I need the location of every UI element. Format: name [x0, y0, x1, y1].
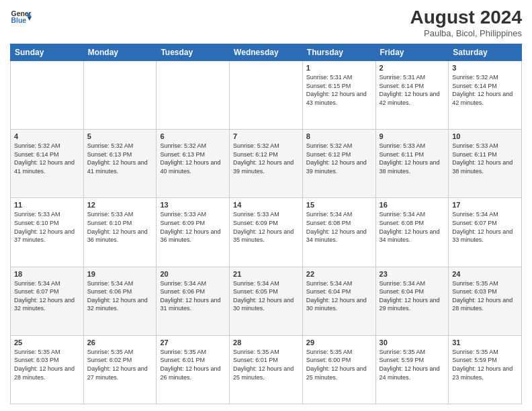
sunrise-label: Sunrise: 5:31 AM: [380, 74, 426, 81]
sunset-label: Sunset: 6:06 PM: [87, 288, 132, 295]
sunset-label: Sunset: 6:01 PM: [233, 357, 278, 363]
day-number: 28: [233, 338, 299, 347]
page-subtitle: Paulba, Bicol, Philippines: [410, 28, 523, 38]
sunrise-label: Sunrise: 5:33 AM: [87, 211, 134, 218]
sunrise-label: Sunrise: 5:33 AM: [452, 142, 498, 149]
sunrise-label: Sunrise: 5:34 AM: [380, 280, 426, 287]
day-info: Sunrise: 5:31 AM Sunset: 6:15 PM Dayligh…: [306, 73, 372, 107]
day-number: 5: [87, 132, 153, 140]
daylight-label: Daylight: 12 hours and 24 minutes.: [380, 365, 440, 381]
sunset-label: Sunset: 6:14 PM: [452, 83, 497, 89]
day-number: 19: [87, 270, 153, 278]
logo: General Blue: [10, 7, 32, 28]
daylight-label: Daylight: 12 hours and 28 minutes.: [452, 297, 513, 312]
sunrise-label: Sunrise: 5:34 AM: [306, 211, 353, 218]
sunrise-label: Sunrise: 5:34 AM: [233, 280, 279, 287]
table-row: 22 Sunrise: 5:34 AM Sunset: 6:04 PM Dayl…: [302, 267, 375, 335]
daylight-label: Daylight: 12 hours and 36 minutes.: [87, 228, 148, 244]
sunset-label: Sunset: 6:05 PM: [233, 288, 278, 295]
table-row: 1 Sunrise: 5:31 AM Sunset: 6:15 PM Dayli…: [302, 61, 375, 130]
day-number: 29: [306, 338, 372, 347]
table-row: 6 Sunrise: 5:32 AM Sunset: 6:13 PM Dayli…: [157, 130, 230, 198]
daylight-label: Daylight: 12 hours and 32 minutes.: [14, 297, 75, 312]
table-row: 31 Sunrise: 5:35 AM Sunset: 5:59 PM Dayl…: [449, 335, 522, 404]
daylight-label: Daylight: 12 hours and 37 minutes.: [14, 228, 75, 244]
day-number: 15: [306, 201, 372, 209]
day-info: Sunrise: 5:33 AM Sunset: 6:10 PM Dayligh…: [14, 210, 80, 244]
table-row: [230, 61, 303, 130]
header-wednesday: Wednesday: [230, 44, 303, 61]
table-row: 24 Sunrise: 5:35 AM Sunset: 6:03 PM Dayl…: [449, 267, 522, 335]
sunset-label: Sunset: 6:10 PM: [87, 220, 132, 226]
day-info: Sunrise: 5:32 AM Sunset: 6:12 PM Dayligh…: [306, 142, 372, 175]
sunset-label: Sunset: 6:07 PM: [452, 220, 497, 226]
sunrise-label: Sunrise: 5:34 AM: [380, 211, 426, 218]
table-row: 4 Sunrise: 5:32 AM Sunset: 6:14 PM Dayli…: [11, 130, 84, 198]
day-info: Sunrise: 5:35 AM Sunset: 6:00 PM Dayligh…: [306, 348, 372, 381]
sunrise-label: Sunrise: 5:32 AM: [14, 142, 60, 149]
day-info: Sunrise: 5:34 AM Sunset: 6:06 PM Dayligh…: [160, 279, 226, 313]
sunrise-label: Sunrise: 5:32 AM: [452, 74, 498, 81]
daylight-label: Daylight: 12 hours and 36 minutes.: [160, 228, 220, 244]
day-number: 31: [452, 338, 518, 347]
table-row: 20 Sunrise: 5:34 AM Sunset: 6:06 PM Dayl…: [157, 267, 230, 335]
calendar-week-row: 25 Sunrise: 5:35 AM Sunset: 6:03 PM Dayl…: [11, 335, 522, 404]
day-number: 9: [380, 132, 445, 140]
day-number: 13: [160, 201, 226, 209]
table-row: 21 Sunrise: 5:34 AM Sunset: 6:05 PM Dayl…: [230, 267, 303, 335]
calendar-week-row: 4 Sunrise: 5:32 AM Sunset: 6:14 PM Dayli…: [11, 130, 522, 198]
sunrise-label: Sunrise: 5:34 AM: [14, 280, 60, 287]
day-info: Sunrise: 5:32 AM Sunset: 6:12 PM Dayligh…: [233, 142, 299, 175]
sunrise-label: Sunrise: 5:33 AM: [14, 211, 60, 218]
day-number: 11: [14, 201, 80, 209]
title-block: August 2024 Paulba, Bicol, Philippines: [410, 7, 523, 38]
table-row: 15 Sunrise: 5:34 AM Sunset: 6:08 PM Dayl…: [302, 198, 375, 267]
sunset-label: Sunset: 6:08 PM: [306, 220, 351, 226]
svg-marker-3: [28, 16, 32, 20]
day-info: Sunrise: 5:35 AM Sunset: 6:03 PM Dayligh…: [452, 279, 518, 313]
table-row: 11 Sunrise: 5:33 AM Sunset: 6:10 PM Dayl…: [11, 198, 84, 267]
sunrise-label: Sunrise: 5:34 AM: [87, 280, 134, 287]
daylight-label: Daylight: 12 hours and 40 minutes.: [160, 159, 220, 175]
sunset-label: Sunset: 6:11 PM: [452, 151, 497, 158]
day-number: 26: [87, 338, 153, 347]
sunset-label: Sunset: 6:13 PM: [160, 151, 205, 158]
table-row: [157, 61, 230, 130]
page-header: General Blue August 2024 Paulba, Bicol, …: [10, 7, 522, 38]
day-number: 21: [233, 270, 299, 278]
day-info: Sunrise: 5:34 AM Sunset: 6:04 PM Dayligh…: [306, 279, 372, 313]
day-number: 2: [380, 64, 445, 72]
daylight-label: Daylight: 12 hours and 28 minutes.: [14, 365, 75, 381]
daylight-label: Daylight: 12 hours and 43 minutes.: [306, 91, 367, 106]
sunset-label: Sunset: 6:12 PM: [233, 151, 278, 158]
sunset-label: Sunset: 6:02 PM: [87, 357, 132, 363]
sunrise-label: Sunrise: 5:35 AM: [380, 349, 426, 355]
day-number: 14: [233, 201, 299, 209]
day-info: Sunrise: 5:34 AM Sunset: 6:08 PM Dayligh…: [306, 210, 372, 244]
table-row: 13 Sunrise: 5:33 AM Sunset: 6:09 PM Dayl…: [157, 198, 230, 267]
table-row: 28 Sunrise: 5:35 AM Sunset: 6:01 PM Dayl…: [230, 335, 303, 404]
day-number: 25: [14, 338, 80, 347]
table-row: 3 Sunrise: 5:32 AM Sunset: 6:14 PM Dayli…: [449, 61, 522, 130]
day-info: Sunrise: 5:34 AM Sunset: 6:08 PM Dayligh…: [380, 210, 445, 244]
daylight-label: Daylight: 12 hours and 34 minutes.: [306, 228, 367, 244]
daylight-label: Daylight: 12 hours and 39 minutes.: [233, 159, 294, 175]
day-info: Sunrise: 5:34 AM Sunset: 6:04 PM Dayligh…: [380, 279, 445, 313]
table-row: 8 Sunrise: 5:32 AM Sunset: 6:12 PM Dayli…: [302, 130, 375, 198]
logo-icon: General Blue: [10, 7, 32, 28]
sunrise-label: Sunrise: 5:35 AM: [160, 349, 206, 355]
sunset-label: Sunset: 6:01 PM: [160, 357, 205, 363]
table-row: [83, 61, 157, 130]
header-sunday: Sunday: [11, 44, 84, 61]
day-number: 24: [452, 270, 518, 278]
sunrise-label: Sunrise: 5:34 AM: [306, 280, 353, 287]
calendar-week-row: 11 Sunrise: 5:33 AM Sunset: 6:10 PM Dayl…: [11, 198, 522, 267]
day-number: 7: [233, 132, 299, 140]
sunset-label: Sunset: 6:00 PM: [306, 357, 351, 363]
day-info: Sunrise: 5:35 AM Sunset: 6:03 PM Dayligh…: [14, 348, 80, 381]
sunset-label: Sunset: 6:15 PM: [306, 83, 351, 89]
header-tuesday: Tuesday: [157, 44, 230, 61]
day-number: 23: [380, 270, 445, 278]
sunset-label: Sunset: 6:03 PM: [14, 357, 59, 363]
sunrise-label: Sunrise: 5:35 AM: [452, 280, 498, 287]
